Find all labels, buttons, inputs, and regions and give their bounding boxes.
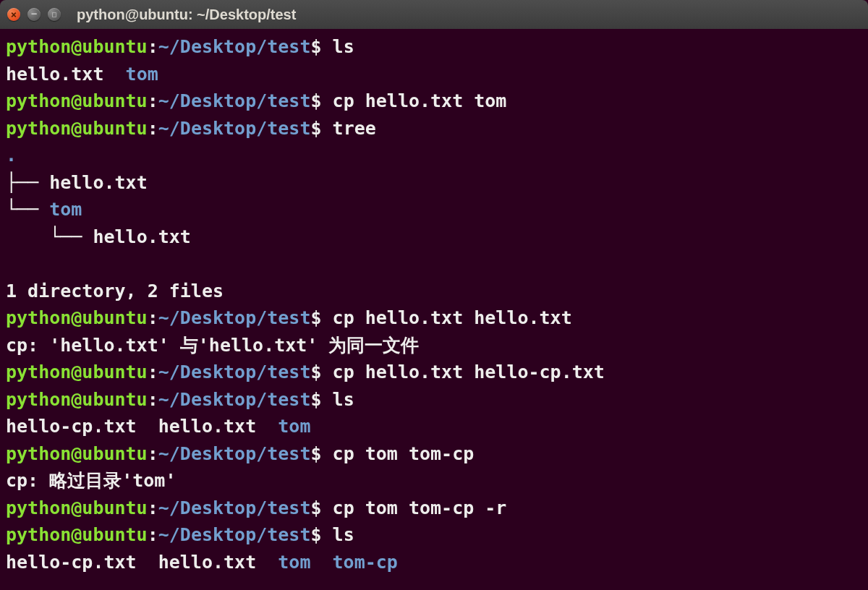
cmd-cp: cp tom tom-cp [333,443,475,464]
prompt-path: ~/Desktop/test [158,90,311,111]
prompt-user: python@ubuntu [6,389,148,410]
prompt-symbol: $ [310,497,321,518]
tree-file: hello.txt [93,226,190,247]
terminal-line: python@ubuntu:~/Desktop/test$ cp tom tom… [6,440,862,468]
prompt-user: python@ubuntu [6,497,148,518]
tree-branch-icon: ├── [6,172,49,193]
terminal-line: cp: 略过目录'tom' [6,467,862,495]
prompt-colon: : [148,90,158,111]
cmd-cp: cp hello.txt hello.txt [333,307,572,328]
prompt-path: ~/Desktop/test [158,524,311,545]
spacer [310,552,332,573]
prompt-colon: : [148,497,158,518]
terminal-line: └── tom [6,196,862,223]
cmd-tree: tree [333,118,376,139]
terminal-body[interactable]: python@ubuntu:~/Desktop/test$ lshello.tx… [0,29,868,590]
terminal-line: python@ubuntu:~/Desktop/test$ cp tom tom… [6,495,862,522]
prompt-path: ~/Desktop/test [158,497,311,518]
tree-root: . [6,145,17,166]
minimize-icon[interactable]: — [27,8,41,21]
prompt-path: ~/Desktop/test [158,362,311,382]
prompt-path: ~/Desktop/test [158,36,311,57]
prompt-user: python@ubuntu [6,362,148,382]
prompt-symbol: $ [310,389,321,410]
terminal-line: hello-cp.txt hello.txt tom [6,413,862,440]
prompt-symbol: $ [310,524,321,545]
prompt-colon: : [148,524,158,545]
dir: tom [278,416,310,437]
cmd-ls: ls [333,36,354,57]
cmd-ls: ls [333,524,354,545]
prompt-path: ~/Desktop/test [158,118,311,139]
maximize-icon[interactable]: □ [48,8,61,21]
prompt-colon: : [148,389,158,410]
prompt-symbol: $ [310,362,321,382]
cmd-cp: cp hello.txt hello-cp.txt [333,362,605,382]
prompt-colon: : [148,443,158,464]
prompt-colon: : [148,118,158,139]
close-icon[interactable]: × [7,8,20,21]
prompt-user: python@ubuntu [6,307,148,328]
terminal-line: hello-cp.txt hello.txt tom tom-cp [6,549,862,576]
prompt-user: python@ubuntu [6,443,148,464]
prompt-symbol: $ [310,90,321,111]
cmd-ls: ls [333,389,354,410]
file: hello-cp.txt hello.txt [6,552,278,573]
prompt-user: python@ubuntu [6,524,148,545]
terminal-line: python@ubuntu:~/Desktop/test$ ls [6,33,862,61]
cmd-cp: cp tom tom-cp -r [333,497,507,518]
terminal-line: cp: 'hello.txt' 与'hello.txt' 为同一文件 [6,332,862,359]
terminal-line: python@ubuntu:~/Desktop/test$ tree [6,115,862,142]
terminal-line: . [6,142,862,169]
terminal-line: ├── hello.txt [6,169,862,197]
prompt-colon: : [148,362,158,382]
prompt-colon: : [148,36,158,57]
prompt-colon: : [148,307,158,328]
terminal-line: python@ubuntu:~/Desktop/test$ cp hello.t… [6,359,862,386]
tree-dir: tom [49,199,82,220]
terminal-line: 1 directory, 2 files [6,278,862,305]
terminal-line: python@ubuntu:~/Desktop/test$ cp hello.t… [6,87,862,115]
err-msg: cp: 略过目录'tom' [6,470,176,491]
terminal-line: hello.txt tom [6,61,862,88]
terminal-line: python@ubuntu:~/Desktop/test$ ls [6,521,862,549]
prompt-user: python@ubuntu [6,118,148,139]
terminal-line: └── hello.txt [6,223,862,251]
cmd-cp: cp hello.txt tom [333,90,507,111]
err-msg: cp: 'hello.txt' 与'hello.txt' 为同一文件 [6,335,419,356]
prompt-symbol: $ [310,118,321,139]
tree-branch-icon: └── [6,199,49,220]
prompt-path: ~/Desktop/test [158,307,311,328]
window-title: python@ubuntu: ~/Desktop/test [77,7,296,23]
terminal-line: python@ubuntu:~/Desktop/test$ ls [6,386,862,414]
dir: tom-cp [333,552,398,573]
tree-branch-icon: └── [6,226,93,247]
window-titlebar: × — □ python@ubuntu: ~/Desktop/test [0,0,868,29]
prompt-symbol: $ [310,443,321,464]
prompt-symbol: $ [310,36,321,57]
dir: tom [126,64,158,85]
terminal-line [6,250,862,278]
prompt-user: python@ubuntu [6,90,148,111]
prompt-user: python@ubuntu [6,36,148,57]
prompt-path: ~/Desktop/test [158,389,311,410]
prompt-symbol: $ [310,307,321,328]
tree-summary: 1 directory, 2 files [6,281,224,302]
dir: tom [278,552,310,573]
file: hello-cp.txt hello.txt [6,416,278,437]
prompt-path: ~/Desktop/test [158,443,311,464]
tree-file: hello.txt [49,172,147,193]
terminal-line: python@ubuntu:~/Desktop/test$ cp hello.t… [6,304,862,332]
file: hello.txt [6,64,126,85]
